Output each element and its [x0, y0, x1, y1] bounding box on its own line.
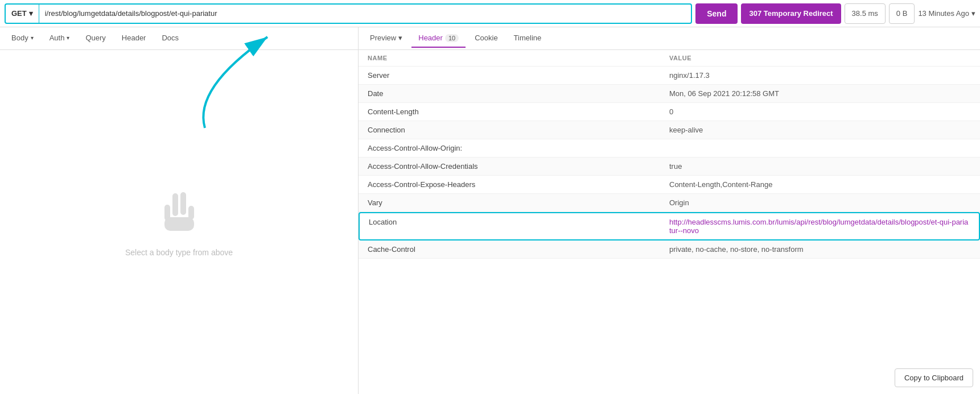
left-tab-auth[interactable]: Auth ▾ — [43, 29, 77, 48]
top-bar: GET ▾ Send 307 Temporary Redirect 38.5 m… — [0, 0, 980, 27]
left-tab-header[interactable]: Header — [115, 29, 153, 48]
header-name-cell: Location — [369, 218, 669, 226]
table-row: Servernginx/1.17.3 — [359, 67, 980, 85]
response-size: 0 B — [889, 3, 915, 24]
header-name-cell: Content-Length — [368, 107, 669, 116]
col-value: VALUE — [669, 55, 971, 61]
headers-rows: Servernginx/1.17.3DateMon, 06 Sep 2021 2… — [359, 67, 980, 259]
method-dropdown[interactable]: GET ▾ — [6, 5, 39, 23]
header-name-cell: Connection — [368, 126, 669, 134]
right-tab-timeline[interactable]: Timeline — [507, 29, 549, 48]
right-tab-cookie[interactable]: Cookie — [468, 29, 504, 48]
main-area: Body ▾Auth ▾QueryHeaderDocs Select a bod… — [0, 27, 980, 394]
timestamp: 13 Minutes Ago ▾ — [918, 9, 975, 18]
svg-rect-1 — [180, 192, 186, 215]
left-tab-body[interactable]: Body ▾ — [5, 29, 40, 48]
table-row: DateMon, 06 Sep 2021 20:12:58 GMT — [359, 85, 980, 103]
table-row: Locationhttp://headlesscms.lumis.com.br/… — [359, 212, 980, 240]
header-name-cell: Cache-Control — [368, 245, 669, 254]
left-tab-docs[interactable]: Docs — [155, 29, 186, 48]
header-name-cell: Access-Control-Expose-Headers — [368, 180, 669, 189]
body-chevron-icon: ▾ — [31, 35, 34, 41]
left-tabs: Body ▾Auth ▾QueryHeaderDocs — [0, 27, 358, 50]
table-row: Access-Control-Allow-Origin: — [359, 139, 980, 157]
header-value-cell: http://headlesscms.lumis.com.br/lumis/ap… — [669, 218, 970, 235]
table-row: Access-Control-Allow-Credentialstrue — [359, 157, 980, 176]
header-value-cell: private, no-cache, no-store, no-transfor… — [669, 245, 971, 254]
response-time: 38.5 ms — [845, 3, 886, 24]
right-tab-header[interactable]: Header10 — [411, 29, 466, 48]
right-tabs: Preview ▾Header10CookieTimeline — [359, 27, 980, 50]
header-value-cell: Origin — [669, 198, 971, 207]
header-value-cell: Mon, 06 Sep 2021 20:12:58 GMT — [669, 89, 971, 98]
header-name-cell: Access-Control-Allow-Origin: — [368, 144, 669, 152]
table-row: Connectionkeep-alive — [359, 121, 980, 139]
svg-rect-0 — [172, 193, 178, 216]
url-input[interactable] — [39, 5, 691, 23]
status-badge: 307 Temporary Redirect — [741, 3, 841, 24]
copy-to-clipboard-button[interactable]: Copy to Clipboard — [895, 368, 973, 387]
header-value-cell: nginx/1.17.3 — [669, 71, 971, 80]
header-name-cell: Date — [368, 89, 669, 98]
header-value-cell: true — [669, 162, 971, 171]
table-row: Cache-Controlprivate, no-cache, no-store… — [359, 240, 980, 259]
left-panel: Body ▾Auth ▾QueryHeaderDocs Select a bod… — [0, 27, 359, 394]
right-content: NAME VALUE Servernginx/1.17.3DateMon, 06… — [359, 50, 980, 394]
right-panel: Preview ▾Header10CookieTimeline NAME VAL… — [359, 27, 980, 394]
headers-columns: NAME VALUE — [359, 50, 980, 67]
col-name: NAME — [368, 55, 669, 61]
header-badge: 10 — [445, 34, 459, 42]
svg-rect-4 — [164, 217, 194, 231]
method-label: GET — [11, 9, 27, 18]
headers-table: NAME VALUE Servernginx/1.17.3DateMon, 06… — [359, 50, 980, 259]
table-row: Access-Control-Expose-HeadersContent-Len… — [359, 176, 980, 194]
body-hint: Select a body type from above — [125, 248, 233, 257]
header-value-cell: keep-alive — [669, 126, 971, 134]
header-name-cell: Server — [368, 71, 669, 80]
header-name-cell: Vary — [368, 198, 669, 207]
send-button[interactable]: Send — [695, 3, 738, 24]
table-row: Content-Length0 — [359, 103, 980, 121]
url-bar: GET ▾ — [5, 3, 692, 24]
left-tab-query[interactable]: Query — [79, 29, 112, 48]
right-tab-preview[interactable]: Preview ▾ — [363, 29, 409, 48]
method-chevron: ▾ — [29, 9, 33, 18]
preview-chevron-icon: ▾ — [398, 34, 402, 42]
hand-icon — [157, 188, 202, 239]
table-row: VaryOrigin — [359, 194, 980, 212]
header-name-cell: Access-Control-Allow-Credentials — [368, 162, 669, 171]
header-value-cell: Content-Length,Content-Range — [669, 180, 971, 189]
auth-chevron-icon: ▾ — [67, 35, 69, 41]
header-value-cell: 0 — [669, 107, 971, 116]
left-content: Select a body type from above — [0, 50, 358, 394]
